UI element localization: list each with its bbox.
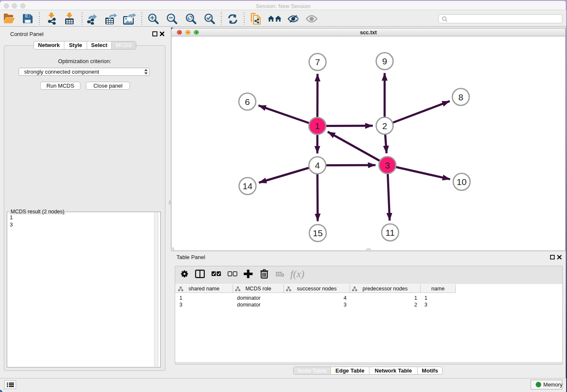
svg-text:6: 6 [245, 97, 250, 107]
svg-text:15: 15 [313, 228, 322, 238]
svg-text:10: 10 [457, 177, 466, 187]
svg-text:7: 7 [315, 57, 320, 67]
svg-text:3: 3 [385, 160, 390, 170]
svg-text:4: 4 [315, 160, 320, 170]
svg-text:1: 1 [315, 121, 320, 131]
svg-text:2: 2 [382, 121, 387, 131]
svg-text:14: 14 [242, 181, 253, 191]
svg-text:8: 8 [458, 92, 463, 102]
svg-text:9: 9 [382, 56, 387, 66]
svg-text:11: 11 [385, 228, 395, 237]
